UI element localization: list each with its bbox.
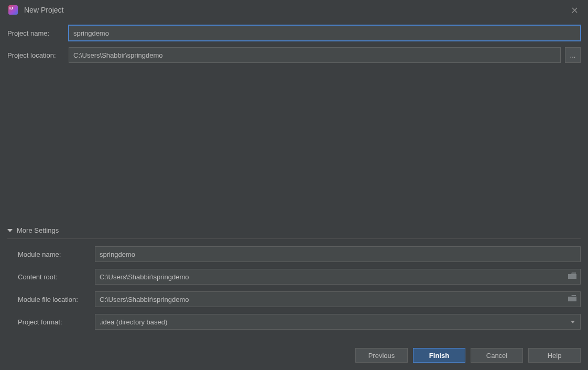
finish-button[interactable]: Finish	[413, 348, 465, 363]
project-format-value: .idea (directory based)	[100, 318, 167, 326]
more-settings-toggle[interactable]: More Settings	[7, 224, 581, 239]
module-file-location-label: Module file location:	[18, 296, 95, 303]
close-icon	[572, 7, 578, 13]
expand-icon	[7, 229, 13, 232]
module-name-row: Module name:	[18, 246, 581, 262]
project-format-row: Project format: .idea (directory based)	[18, 314, 581, 330]
previous-button[interactable]: Previous	[355, 348, 408, 363]
project-name-row: Project name:	[7, 25, 581, 41]
chevron-down-icon	[571, 321, 575, 323]
module-name-input[interactable]	[95, 246, 581, 262]
project-location-input[interactable]	[69, 47, 561, 63]
more-settings-panel: Module name: Content root: Module file l…	[7, 246, 581, 336]
title-bar: New Project	[0, 0, 588, 20]
module-file-location-row: Module file location:	[18, 291, 581, 307]
module-file-location-input[interactable]	[95, 291, 581, 307]
help-button[interactable]: Help	[528, 348, 581, 363]
project-location-label: Project location:	[7, 51, 69, 59]
button-bar: Previous Finish Cancel Help	[7, 336, 581, 363]
content-area: Project name: Project location: ... More…	[0, 20, 588, 370]
project-name-input[interactable]	[69, 25, 581, 41]
project-format-select[interactable]: .idea (directory based)	[95, 314, 581, 330]
spacer	[7, 69, 581, 224]
module-name-label: Module name:	[18, 251, 95, 258]
browse-location-button[interactable]: ...	[565, 47, 581, 63]
cancel-button[interactable]: Cancel	[471, 348, 523, 363]
title-left: New Project	[8, 5, 63, 15]
project-format-label: Project format:	[18, 318, 95, 326]
content-root-input[interactable]	[95, 269, 581, 285]
more-settings-label: More Settings	[17, 226, 59, 234]
close-button[interactable]	[567, 3, 582, 17]
project-location-row: Project location: ...	[7, 47, 581, 63]
content-root-label: Content root:	[18, 273, 95, 281]
content-root-row: Content root:	[18, 269, 581, 285]
intellij-icon	[8, 5, 18, 15]
window-title: New Project	[24, 6, 63, 14]
project-name-label: Project name:	[7, 29, 69, 37]
